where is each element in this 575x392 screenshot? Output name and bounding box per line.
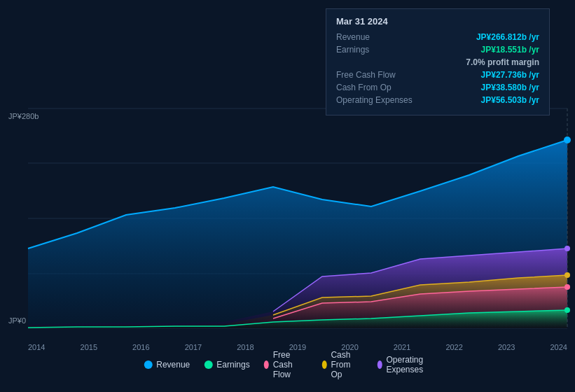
tooltip-row-revenue: Revenue JP¥266.812b /yr <box>336 32 539 42</box>
legend-cashop[interactable]: Cash From Op <box>321 350 363 379</box>
legend-fcf[interactable]: Free Cash Flow <box>264 350 308 379</box>
tooltip-row-profit-margin: 7.0% profit margin <box>336 57 539 67</box>
tooltip-label-opex: Operating Expenses <box>336 95 427 105</box>
legend-dot-opex <box>377 360 382 369</box>
x-label-2023: 2023 <box>498 343 515 351</box>
tooltip-row-cashop: Cash From Op JP¥38.580b /yr <box>336 83 539 92</box>
chart-legend: Revenue Earnings Free Cash Flow Cash Fro… <box>144 350 431 379</box>
legend-opex[interactable]: Operating Expenses <box>377 355 431 374</box>
tooltip-row-fcf: Free Cash Flow JP¥27.736b /yr <box>336 70 539 80</box>
chart-svg <box>28 108 567 329</box>
tooltip-value-cashop: JP¥38.580b /yr <box>481 83 539 92</box>
tooltip-label-revenue: Revenue <box>336 32 427 42</box>
tooltip-value-opex: JP¥56.503b /yr <box>481 95 539 105</box>
legend-label-earnings: Earnings <box>216 360 249 370</box>
legend-dot-earnings <box>204 360 212 369</box>
x-label-2014: 2014 <box>28 343 45 351</box>
tooltip-value-revenue: JP¥266.812b /yr <box>476 32 539 42</box>
legend-dot-revenue <box>144 360 152 369</box>
chart-container: Mar 31 2024 Revenue JP¥266.812b /yr Earn… <box>0 0 575 392</box>
legend-revenue[interactable]: Revenue <box>144 360 190 370</box>
y-axis-bottom-label: JP¥0 <box>8 316 26 325</box>
opex-dot <box>564 246 570 251</box>
tooltip-value-earnings: JP¥18.551b /yr <box>481 45 539 55</box>
tooltip-row-earnings: Earnings JP¥18.551b /yr <box>336 45 539 55</box>
tooltip-value-fcf: JP¥27.736b /yr <box>481 70 539 80</box>
tooltip-title: Mar 31 2024 <box>336 16 539 27</box>
legend-label-opex: Operating Expenses <box>386 355 431 374</box>
tooltip-value-profit-margin: 7.0% profit margin <box>466 57 539 67</box>
x-label-2015: 2015 <box>81 343 97 351</box>
legend-label-revenue: Revenue <box>156 360 190 370</box>
tooltip-row-opex: Operating Expenses JP¥56.503b /yr <box>336 95 539 105</box>
legend-label-cashop: Cash From Op <box>331 350 363 379</box>
cashop-dot <box>564 272 570 278</box>
legend-earnings[interactable]: Earnings <box>204 360 249 370</box>
tooltip-label-fcf: Free Cash Flow <box>336 70 427 80</box>
legend-dot-cashop <box>321 360 326 369</box>
tooltip-label-earnings: Earnings <box>336 45 427 55</box>
tooltip-label-cashop: Cash From Op <box>336 83 427 92</box>
legend-label-fcf: Free Cash Flow <box>273 350 308 379</box>
x-label-2022: 2022 <box>445 343 462 351</box>
x-label-2024: 2024 <box>550 343 567 351</box>
tooltip-panel: Mar 31 2024 Revenue JP¥266.812b /yr Earn… <box>326 8 550 115</box>
revenue-dot <box>564 136 571 144</box>
fcf-dot <box>564 284 570 290</box>
earnings-dot <box>564 307 570 313</box>
legend-dot-fcf <box>264 360 269 369</box>
